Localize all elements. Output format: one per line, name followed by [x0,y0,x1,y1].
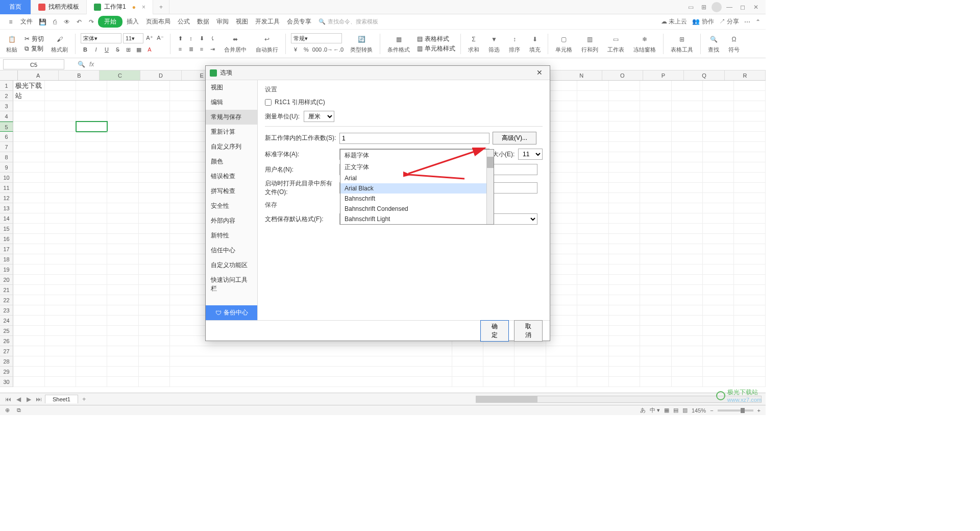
cell[interactable] [640,316,671,326]
cell[interactable] [107,91,138,101]
side-custom-ribbon[interactable]: 自定义功能区 [206,258,257,273]
cell[interactable] [107,122,138,132]
cell[interactable] [609,244,640,254]
cell[interactable] [514,377,546,387]
redo-icon[interactable]: ↷ [86,16,97,28]
cell[interactable] [672,275,703,285]
status-icon[interactable]: ⊕ [5,407,10,414]
cell[interactable] [672,336,703,346]
cell[interactable] [609,142,640,152]
cell[interactable] [577,295,608,305]
menu-page-layout[interactable]: 页面布局 [143,15,174,28]
cell[interactable] [546,367,577,377]
row-header-13[interactable]: 13 [0,203,13,213]
backup-center-button[interactable]: 🛡备份中心 [206,305,257,320]
cell[interactable] [107,305,138,316]
ime-cn-icon[interactable]: 中 ▾ [650,406,660,414]
cell[interactable] [640,173,671,183]
cell[interactable] [734,295,765,305]
cell[interactable] [546,142,577,152]
fx-label[interactable]: fx [89,61,94,68]
row-header-1[interactable]: 1 [0,81,13,91]
cell[interactable] [577,254,608,264]
cell[interactable] [45,162,76,173]
cell[interactable] [577,173,608,183]
row-header-22[interactable]: 22 [0,295,13,305]
col-R[interactable]: R [725,70,766,80]
cell[interactable] [76,213,107,224]
cell[interactable] [640,295,671,305]
cell[interactable] [609,295,640,305]
decrease-font-icon[interactable]: A⁻ [156,33,165,42]
cell[interactable] [170,346,421,356]
row-header-2[interactable]: 2 [0,91,13,101]
cell[interactable] [546,356,577,367]
cell[interactable] [107,326,138,336]
sheet-nav-next[interactable]: ▶ [24,395,33,403]
cell[interactable] [76,81,107,91]
col-N[interactable]: N [561,70,602,80]
font-dropdown-list[interactable]: 标题字体 正文字体 Arial Arial Black Bahnschrift … [340,149,494,225]
cell[interactable] [609,234,640,244]
cell[interactable] [703,183,734,193]
cell[interactable] [734,356,765,367]
row-header-29[interactable]: 29 [0,367,13,377]
cell[interactable] [672,254,703,264]
collapse-ribbon-icon[interactable]: ⌃ [755,18,761,26]
cell[interactable] [672,367,703,377]
cell[interactable] [452,367,483,377]
cell[interactable] [170,356,421,367]
cell[interactable] [45,254,76,264]
cell[interactable] [76,132,107,142]
table-style[interactable]: ▤表格样式 [417,35,455,43]
cell[interactable] [640,264,671,275]
cell[interactable] [609,224,640,234]
cell[interactable] [703,275,734,285]
cell[interactable] [672,152,703,162]
cell[interactable] [13,122,44,132]
cell[interactable] [107,285,138,295]
bold-button[interactable]: B [81,45,90,54]
cell[interactable] [577,122,608,132]
cell[interactable] [76,254,107,264]
cell[interactable] [139,132,170,142]
cell[interactable] [734,326,765,336]
cell[interactable] [546,264,577,275]
cell[interactable] [139,295,170,305]
cell[interactable] [703,336,734,346]
cell[interactable] [13,346,44,356]
cell[interactable] [640,132,671,142]
name-box[interactable]: C5 [3,59,64,69]
cell[interactable] [703,101,734,111]
cell[interactable] [13,203,44,213]
tab-template[interactable]: 找稻壳模板 [31,0,87,14]
cell[interactable] [577,152,608,162]
cell[interactable] [107,264,138,275]
tab-close-icon[interactable]: × [142,4,145,11]
cell[interactable] [546,224,577,234]
type-convert[interactable]: 🔄类型转换 [348,34,375,54]
cell[interactable] [672,295,703,305]
print-icon[interactable]: ⎙ [49,16,60,28]
cell[interactable] [703,367,734,377]
cell[interactable] [13,295,44,305]
menu-icon[interactable]: ≡ [5,16,16,28]
cell[interactable] [640,101,671,111]
row-header-25[interactable]: 25 [0,326,13,336]
cell[interactable] [13,162,44,173]
cell[interactable] [577,193,608,203]
preview-icon[interactable]: 👁 [61,16,72,28]
cell[interactable] [703,213,734,224]
cell[interactable] [76,285,107,295]
wrap-text[interactable]: ↩自动换行 [254,34,280,54]
cell[interactable] [577,346,608,356]
cell[interactable] [107,367,138,377]
cell[interactable] [640,213,671,224]
cell[interactable] [672,224,703,234]
cell[interactable] [76,142,107,152]
cell[interactable] [107,162,138,173]
cell[interactable] [107,183,138,193]
cell[interactable] [139,173,170,183]
cell[interactable] [609,316,640,326]
cell[interactable] [45,285,76,295]
